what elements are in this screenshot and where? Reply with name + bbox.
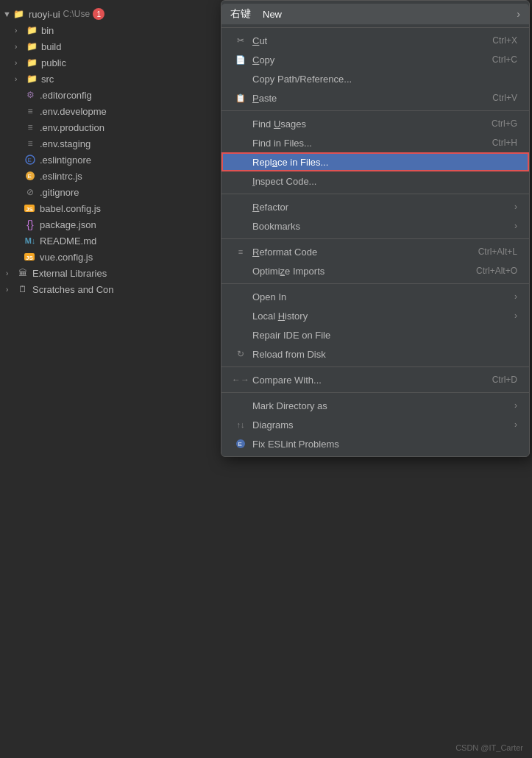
optimize-label: Optimize Imports: [252, 266, 476, 277]
header-arrow: ›: [517, 8, 520, 20]
menu-item-paste[interactable]: 📋 Paste Ctrl+V: [221, 88, 529, 107]
menu-item-reload[interactable]: ↻ Reload from Disk: [221, 344, 529, 364]
tree-item-env-staging[interactable]: ≡ .env.staging: [0, 135, 213, 152]
open-in-arrow: ›: [514, 291, 517, 302]
menu-item-find-usages[interactable]: Find Usages Ctrl+G: [221, 114, 529, 133]
tree-root[interactable]: ▼ 📁 ruoyi-ui C:\Use 1: [0, 6, 213, 22]
inspect-code-label: Inspect Code...: [252, 176, 517, 187]
icon-scratches: 🗒: [16, 283, 29, 295]
folder-icon-public: 📁: [25, 57, 38, 68]
refactor-label: Refactor: [252, 202, 514, 213]
separator-5: [221, 366, 529, 367]
refactor-arrow: ›: [514, 202, 517, 212]
menu-item-compare-with[interactable]: ←→ Compare With... Ctrl+D: [221, 370, 529, 389]
copy-path-label: Copy Path/Reference...: [252, 74, 517, 85]
icon-eslintignore: E: [24, 154, 37, 166]
label-env-dev: .env.developme: [40, 106, 107, 117]
root-badge: 1: [93, 8, 104, 20]
copy-label: Copy: [252, 54, 492, 65]
tree-item-bin[interactable]: › 📁 bin: [0, 22, 213, 38]
icon-ext-libs: 🏛: [16, 267, 29, 279]
icon-editorconfig: ⚙: [24, 89, 37, 101]
svg-text:JS: JS: [26, 206, 33, 213]
menu-item-cut[interactable]: ✂ Cut Ctrl+X: [221, 31, 529, 50]
reformat-shortcut: Ctrl+Alt+L: [478, 247, 517, 257]
tree-item-eslintignore[interactable]: E .eslintignore: [0, 152, 213, 168]
separator-0: [221, 27, 529, 28]
tree-item-public[interactable]: › 📁 public: [0, 54, 213, 71]
cut-label: Cut: [252, 35, 492, 46]
copy-icon: 📄: [233, 55, 248, 65]
icon-env-staging: ≡: [24, 138, 37, 149]
label-readme: README.md: [40, 235, 96, 247]
tree-item-build[interactable]: › 📁 build: [0, 38, 213, 54]
folder-icon-bin: 📁: [25, 24, 38, 36]
menu-item-open-in[interactable]: Open In ›: [221, 287, 529, 306]
compare-shortcut: Ctrl+D: [492, 375, 517, 385]
menu-item-diagrams[interactable]: ↑↓ Diagrams ›: [221, 415, 529, 434]
mark-dir-arrow: ›: [514, 400, 517, 411]
arrow-src: ›: [15, 75, 24, 83]
icon-package: {}: [24, 219, 37, 230]
reformat-icon: ≡: [233, 247, 248, 256]
header-label: 右键: [230, 7, 251, 21]
arrow-bin: ›: [15, 26, 24, 35]
menu-item-reformat[interactable]: ≡ Reformat Code Ctrl+Alt+L: [221, 242, 529, 261]
context-menu-header: 右键 New ›: [221, 4, 529, 24]
local-history-label: Local History: [252, 311, 514, 322]
tree-item-babel[interactable]: JS babel.config.js: [0, 200, 213, 216]
arrow-ext-libs: ›: [6, 269, 15, 277]
paste-shortcut: Ctrl+V: [492, 93, 517, 103]
file-tree: ▼ 📁 ruoyi-ui C:\Use 1 › 📁 bin › 📁 build …: [0, 0, 213, 758]
separator-2: [221, 194, 529, 194]
menu-item-copy-path[interactable]: Copy Path/Reference...: [221, 69, 529, 88]
reload-label: Reload from Disk: [252, 349, 517, 360]
label-env-staging: .env.staging: [40, 138, 91, 149]
tree-item-env-prod[interactable]: ≡ .env.production: [0, 119, 213, 135]
separator-1: [221, 110, 529, 111]
reload-icon: ↻: [233, 349, 248, 359]
root-folder-icon: 📁: [13, 8, 26, 20]
folder-icon-build: 📁: [25, 40, 38, 52]
menu-item-inspect-code[interactable]: Inspect Code...: [221, 171, 529, 191]
tree-item-scratches[interactable]: › 🗒 Scratches and Con: [0, 281, 213, 297]
tree-item-src[interactable]: › 📁 src: [0, 71, 213, 87]
tree-item-vue-config[interactable]: JS vue.config.js: [0, 249, 213, 265]
tree-item-gitignore[interactable]: ⊘ .gitignore: [0, 184, 213, 200]
find-usages-label: Find Usages: [252, 118, 492, 130]
menu-item-copy[interactable]: 📄 Copy Ctrl+C: [221, 50, 529, 69]
menu-item-optimize[interactable]: Optimize Imports Ctrl+Alt+O: [221, 261, 529, 280]
label-env-prod: .env.production: [40, 122, 104, 133]
open-in-label: Open In: [252, 291, 514, 302]
menu-item-refactor[interactable]: Refactor ›: [221, 197, 529, 216]
tree-item-eslintrc[interactable]: E .eslintrc.js: [0, 168, 213, 184]
menu-item-fix-eslint[interactable]: E Fix ESLint Problems: [221, 434, 529, 453]
icon-vue-config: JS: [24, 251, 37, 263]
diagrams-label: Diagrams: [252, 419, 514, 431]
label-bin: bin: [41, 25, 54, 36]
tree-item-env-dev[interactable]: ≡ .env.developme: [0, 103, 213, 119]
tree-item-package[interactable]: {} package.json: [0, 216, 213, 233]
cut-shortcut: Ctrl+X: [492, 35, 517, 46]
icon-gitignore: ⊘: [24, 186, 37, 198]
root-path: C:\Use: [63, 9, 91, 19]
repair-ide-label: Repair IDE on File: [252, 330, 517, 341]
label-build: build: [41, 41, 61, 52]
find-usages-shortcut: Ctrl+G: [492, 118, 517, 129]
diagrams-icon: ↑↓: [233, 420, 248, 429]
local-history-arrow: ›: [514, 311, 517, 321]
menu-item-bookmarks[interactable]: Bookmarks ›: [221, 216, 529, 235]
tree-item-ext-libs[interactable]: › 🏛 External Libraries: [0, 265, 213, 281]
menu-item-repair-ide[interactable]: Repair IDE on File: [221, 325, 529, 344]
tree-item-readme[interactable]: M↓ README.md: [0, 233, 213, 249]
label-src: src: [41, 74, 54, 85]
menu-item-find-in-files[interactable]: Find in Files... Ctrl+H: [221, 133, 529, 152]
label-ext-libs: External Libraries: [32, 268, 107, 279]
tree-item-editorconfig[interactable]: ⚙ .editorconfig: [0, 87, 213, 103]
menu-item-mark-directory[interactable]: Mark Directory as ›: [221, 396, 529, 415]
svg-text:E: E: [28, 157, 32, 163]
arrow-build: ›: [15, 43, 24, 51]
label-vue-config: vue.config.js: [40, 252, 93, 263]
menu-item-replace-in-files[interactable]: Replace in Files...: [221, 152, 529, 171]
menu-item-local-history[interactable]: Local History ›: [221, 306, 529, 325]
